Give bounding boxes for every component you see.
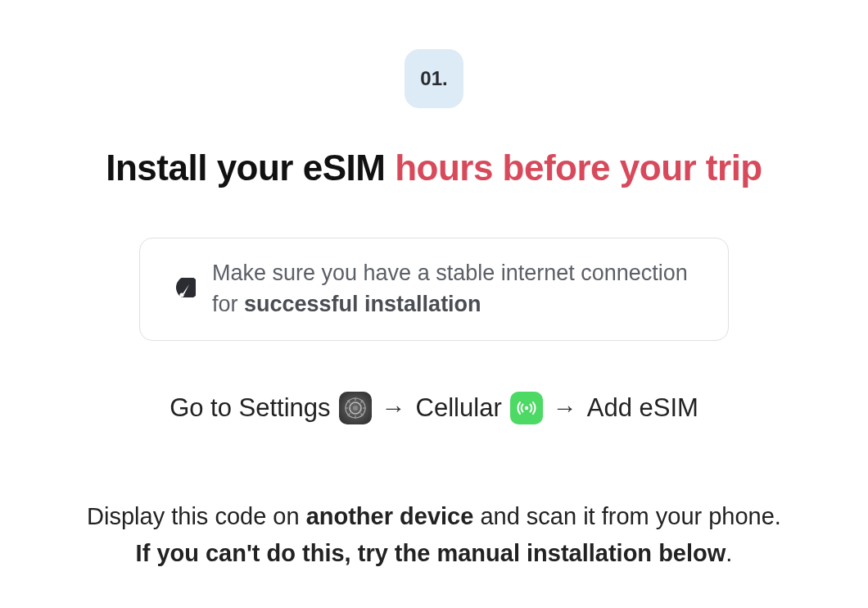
speedometer-icon (168, 278, 196, 301)
notice-bold: successful installation (244, 292, 481, 316)
settings-app-icon (339, 392, 372, 424)
path-add-esim-label: Add eSIM (587, 393, 698, 423)
instr-line2-end: . (726, 540, 732, 566)
connection-notice: Make sure you have a stable internet con… (139, 238, 729, 341)
instr-line1-b: and scan it from your phone. (473, 503, 781, 529)
step-number: 01. (420, 67, 447, 90)
settings-path: Go to Settings → Cellular (0, 392, 868, 424)
svg-point-0 (179, 293, 183, 297)
heading: Install your eSIM hours before your trip (0, 147, 868, 188)
instr-line1-bold: another device (306, 503, 474, 529)
heading-prefix: Install your eSIM (106, 147, 395, 188)
step-number-badge: 01. (405, 49, 463, 108)
arrow-icon: → (551, 394, 579, 422)
scan-instruction: Display this code on another device and … (0, 498, 868, 572)
svg-point-11 (353, 406, 358, 411)
path-cellular-label: Cellular (416, 393, 502, 423)
path-settings-label: Go to Settings (170, 393, 330, 423)
esim-install-step: 01. Install your eSIM hours before your … (0, 49, 868, 571)
heading-highlight: hours before your trip (395, 147, 762, 188)
instr-line2-bold: If you can't do this, try the manual ins… (136, 540, 726, 566)
cellular-app-icon (510, 392, 543, 424)
svg-point-12 (525, 406, 528, 409)
arrow-icon: → (380, 394, 408, 422)
notice-text: Make sure you have a stable internet con… (212, 258, 700, 320)
instr-line1-a: Display this code on (87, 503, 306, 529)
